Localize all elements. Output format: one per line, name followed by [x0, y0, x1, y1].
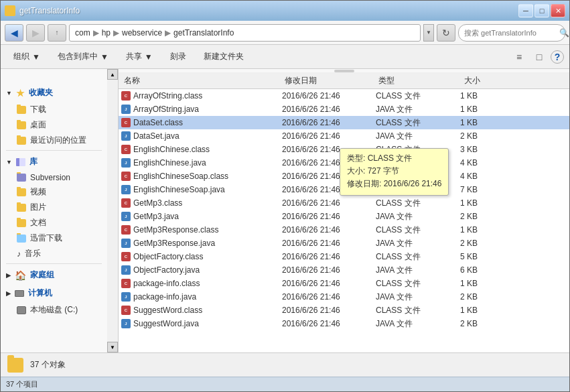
sidebar-scroll-up[interactable]: ▲ [107, 69, 118, 80]
main-content: ▲ ▼ ★ 收藏夹 下载 桌面 [1, 69, 569, 352]
address-dropdown[interactable]: ▼ [423, 24, 434, 42]
table-row[interactable]: CGetMp3.class2016/6/26 21:46CLASS 文件1 KB [119, 196, 569, 210]
sidebar-item-subversion[interactable]: Subversion [1, 171, 107, 184]
tooltip-type-label: 类型: [347, 153, 365, 163]
java-file-icon: J [121, 265, 131, 275]
maximize-button[interactable]: □ [535, 4, 549, 17]
file-size: 1 KB [443, 91, 483, 101]
file-name-text: ArrayOfString.java [133, 105, 199, 114]
organize-button[interactable]: 组织 ▼ [6, 48, 48, 66]
file-name: CEnglishChineseSoap.class [121, 172, 282, 181]
col-header-type[interactable]: 类型 [376, 75, 443, 86]
file-name-text: DataSet.java [133, 131, 180, 141]
sidebar-item-recent[interactable]: 最近访问的位置 [1, 133, 107, 148]
table-row[interactable]: Cpackage-info.class2016/6/26 21:46CLASS … [119, 277, 569, 290]
table-row[interactable]: JSuggestWord.java2016/6/26 21:46JAVA 文件2… [119, 317, 569, 330]
search-input[interactable] [464, 29, 557, 37]
table-row[interactable]: CGetMp3Response.class2016/6/26 21:46CLAS… [119, 223, 569, 237]
include-library-button[interactable]: 包含到库中 ▼ [50, 48, 116, 66]
sidebar-item-image[interactable]: 图片 [1, 200, 107, 215]
back-button[interactable]: ◀ [5, 24, 23, 42]
tooltip-size-label: 大小: [347, 166, 365, 176]
file-date: 2016/6/26 21:46 [282, 239, 376, 248]
up-button[interactable]: ↑ [48, 24, 66, 42]
file-date: 2016/6/26 21:46 [282, 252, 376, 261]
sidebar-item-download[interactable]: 下载 [1, 102, 107, 117]
col-header-size[interactable]: 大小 [443, 75, 483, 86]
table-row[interactable]: Jpackage-info.java2016/6/26 21:46JAVA 文件… [119, 290, 569, 304]
java-file-icon: J [121, 212, 131, 221]
sidebar-item-video[interactable]: 视频 [1, 184, 107, 200]
library-icon [16, 158, 25, 166]
close-button[interactable]: ✕ [551, 4, 565, 17]
table-row[interactable]: CArrayOfString.class2016/6/26 21:46CLASS… [119, 89, 569, 103]
view-options-button[interactable]: ≡ [510, 48, 528, 66]
sidebar-item-desktop[interactable]: 桌面 [1, 117, 107, 133]
sidebar-scroll-down[interactable]: ▼ [107, 342, 118, 352]
forward-button[interactable]: ▶ [26, 24, 45, 42]
tooltip-date-label: 修改日期: [347, 179, 381, 188]
file-name: CObjectFactory.class [121, 252, 282, 261]
file-tooltip: 类型: CLASS 文件 大小: 727 字节 修改日期: 2016/6/26 … [340, 148, 449, 196]
window-title: getTranslatorInfo [19, 6, 80, 15]
file-type: CLASS 文件 [376, 117, 443, 129]
class-file-icon: C [121, 279, 131, 288]
desktop-folder-icon [17, 121, 26, 129]
burn-button[interactable]: 刻录 [163, 48, 194, 66]
tooltip-type-row: 类型: CLASS 文件 [347, 153, 441, 164]
file-type: CLASS 文件 [376, 198, 443, 209]
library-label: 库 [29, 156, 38, 168]
table-row[interactable]: JGetMp3.java2016/6/26 21:46JAVA 文件2 KB [119, 210, 569, 223]
share-button[interactable]: 共享 ▼ [119, 48, 160, 66]
class-file-icon: C [121, 198, 131, 208]
table-row[interactable]: JGetMp3Response.java2016/6/26 21:46JAVA … [119, 237, 569, 250]
tooltip-date-value: 2016/6/26 21:46 [384, 179, 442, 188]
sidebar-item-thunder[interactable]: 迅雷下载 [1, 231, 107, 246]
music-label: 音乐 [25, 248, 41, 259]
toolbar: 组织 ▼ 包含到库中 ▼ 共享 ▼ 刻录 新建文件夹 ≡ □ ? [1, 45, 569, 69]
table-row[interactable]: JArrayOfString.java2016/6/26 21:46JAVA 文… [119, 103, 569, 116]
include-dropdown-icon: ▼ [100, 52, 109, 62]
file-type: JAVA 文件 [376, 211, 443, 222]
share-label: 共享 [126, 51, 142, 62]
file-date: 2016/6/26 21:46 [282, 292, 376, 302]
sidebar-item-doc[interactable]: 文档 [1, 215, 107, 231]
file-name: Cpackage-info.class [121, 279, 282, 288]
status-folder-icon [7, 358, 23, 373]
sidebar-item-localdisk[interactable]: 本地磁盘 (C:) [1, 302, 107, 318]
table-row[interactable]: CSuggestWord.class2016/6/26 21:46CLASS 文… [119, 304, 569, 317]
search-icon[interactable]: 🔍 [559, 28, 569, 38]
table-row[interactable]: JDataSet.java2016/6/26 21:46JAVA 文件2 KB [119, 129, 569, 143]
new-folder-button[interactable]: 新建文件夹 [196, 48, 251, 66]
file-name-text: package-info.class [133, 279, 200, 288]
library-arrow-icon: ▼ [6, 159, 12, 166]
col-header-name[interactable]: 名称 [121, 75, 282, 86]
file-size: 2 KB [443, 292, 483, 302]
subversion-folder-icon [17, 174, 26, 182]
table-row[interactable]: CObjectFactory.class2016/6/26 21:46CLASS… [119, 250, 569, 263]
file-type: JAVA 文件 [376, 265, 443, 276]
sidebar-divider-2 [6, 263, 102, 264]
file-date: 2016/6/26 21:46 [282, 279, 376, 288]
refresh-button[interactable]: ↻ [437, 24, 455, 42]
file-name-text: ArrayOfString.class [133, 91, 202, 101]
class-file-icon: C [121, 252, 131, 261]
sidebar-section-homegroup[interactable]: ▶ 🏠 家庭组 [1, 266, 107, 284]
file-name-text: package-info.java [133, 292, 196, 302]
preview-button[interactable]: □ [530, 48, 548, 66]
help-button[interactable]: ? [551, 50, 564, 64]
homegroup-icon: 🏠 [15, 270, 26, 281]
file-date: 2016/6/26 21:46 [282, 225, 376, 235]
thunder-label: 迅雷下载 [30, 233, 62, 244]
table-row[interactable]: JObjectFactory.java2016/6/26 21:46JAVA 文… [119, 263, 569, 277]
sidebar-item-music[interactable]: ♪ 音乐 [1, 246, 107, 261]
toolbar-right: ≡ □ ? [510, 48, 564, 66]
address-path[interactable]: com ▶ hp ▶ webservice ▶ getTranslatorInf… [69, 24, 421, 42]
sidebar-section-library[interactable]: ▼ 库 [1, 153, 107, 171]
col-header-date[interactable]: 修改日期 [282, 75, 376, 86]
minimize-button[interactable]: ─ [518, 4, 533, 17]
table-row[interactable]: CDataSet.class2016/6/26 21:46CLASS 文件1 K… [119, 116, 569, 129]
video-label: 视频 [30, 186, 46, 198]
sidebar-section-favorites[interactable]: ▼ ★ 收藏夹 [1, 84, 107, 102]
sidebar-section-computer[interactable]: ▶ 计算机 [1, 284, 107, 302]
